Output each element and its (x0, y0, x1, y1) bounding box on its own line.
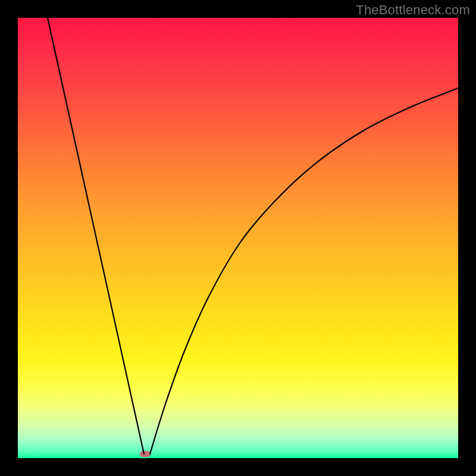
chart-frame: TheBottleneck.com (0, 0, 476, 476)
watermark-text: TheBottleneck.com (356, 2, 470, 18)
curve-left-branch (48, 18, 144, 454)
plot-area (18, 18, 458, 458)
curve-right-branch (150, 88, 458, 454)
curve-svg (18, 18, 458, 458)
